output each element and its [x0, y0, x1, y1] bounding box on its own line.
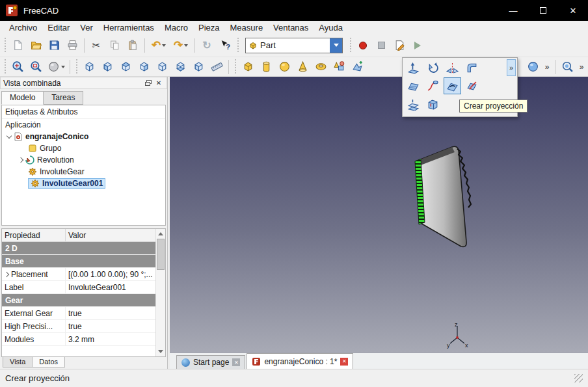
macro-play-button[interactable]	[408, 36, 427, 55]
tab-tareas[interactable]: Tareas	[43, 91, 83, 105]
tab-modelo[interactable]: Modelo	[1, 91, 44, 105]
property-value[interactable]: 3.2 mm	[66, 335, 155, 344]
chevron-right-icon[interactable]	[18, 157, 23, 163]
property-group-base[interactable]: Base	[2, 255, 155, 268]
paste-button[interactable]	[124, 36, 142, 55]
cut-button[interactable]: ✂	[87, 36, 105, 55]
zoom-selection-button[interactable]	[27, 59, 45, 75]
part-box-button[interactable]	[239, 59, 257, 75]
offset-button[interactable]	[405, 96, 422, 113]
view-isometric-button[interactable]	[80, 59, 98, 75]
macro-edit-button[interactable]	[390, 36, 408, 55]
toolbar-drag-handle[interactable]	[3, 59, 7, 75]
sweep-button[interactable]	[424, 77, 442, 94]
view-top-button[interactable]	[116, 59, 135, 75]
cross-section-button[interactable]	[463, 77, 481, 94]
menu-macro[interactable]: Macro	[159, 22, 193, 33]
undo-button[interactable]: ↶	[148, 36, 170, 55]
property-value[interactable]: InvoluteGear001	[66, 283, 155, 292]
check-geometry-button[interactable]	[558, 59, 576, 75]
minimize-button[interactable]: —	[498, 0, 528, 21]
tab-engranaje-conico[interactable]: engranajeConico : 1* ✕	[247, 353, 353, 369]
toolbar-drag-handle[interactable]	[349, 38, 352, 53]
revolve-button[interactable]	[424, 59, 442, 76]
fit-all-button[interactable]	[8, 59, 27, 75]
projection-button[interactable]	[444, 77, 461, 94]
refresh-button[interactable]: ↻	[198, 36, 216, 55]
open-file-button[interactable]	[27, 36, 45, 55]
chevron-down-icon[interactable]	[7, 133, 12, 138]
mirror-button[interactable]	[444, 59, 461, 76]
toolbar-drag-handle[interactable]	[234, 59, 237, 75]
shape-builder-button[interactable]	[348, 59, 366, 75]
menu-ayuda[interactable]: Ayuda	[314, 22, 348, 33]
ruled-surface-button[interactable]	[405, 77, 422, 94]
part-cone-button[interactable]	[293, 59, 312, 75]
tab-start-page[interactable]: Start page ✕	[176, 355, 245, 369]
menu-editar[interactable]: Editar	[42, 22, 75, 33]
thickness-button[interactable]	[424, 96, 442, 113]
menu-ventanas[interactable]: Ventanas	[268, 22, 314, 33]
macro-stop-button[interactable]	[372, 36, 390, 55]
fillet-button[interactable]	[463, 59, 481, 76]
toolbar-overflow-button-2[interactable]: »	[576, 59, 587, 75]
menu-pieza[interactable]: Pieza	[193, 22, 225, 33]
close-panel-button[interactable]: ✕	[154, 78, 164, 88]
chevron-right-icon[interactable]	[4, 271, 9, 276]
tree-item-involutegear001[interactable]: InvoluteGear001	[2, 178, 165, 189]
scroll-up-button[interactable]	[156, 229, 165, 239]
flyout-overflow-button[interactable]: »	[507, 59, 516, 76]
menu-archivo[interactable]: Archivo	[4, 22, 42, 33]
view-bottom-button[interactable]	[171, 59, 189, 75]
tree-item-grupo[interactable]: Grupo	[2, 142, 165, 154]
tab-datos[interactable]: Datos	[32, 357, 65, 367]
viewport-3d[interactable]: z x y	[170, 77, 588, 353]
redo-button[interactable]: ↷	[170, 36, 192, 55]
close-tab-icon[interactable]: ✕	[232, 358, 240, 366]
scrollbar-track[interactable]	[156, 239, 165, 347]
close-button[interactable]: ✕	[558, 0, 588, 21]
part-sphere-button[interactable]	[275, 59, 293, 75]
draw-style-button[interactable]	[45, 59, 67, 75]
tab-vista[interactable]: Vista	[3, 357, 33, 367]
maximize-button[interactable]	[528, 0, 558, 21]
new-file-button[interactable]	[8, 36, 27, 55]
menu-herramientas[interactable]: Herramientas	[98, 22, 159, 33]
view-right-button[interactable]	[135, 59, 153, 75]
toolbar-drag-handle[interactable]	[236, 38, 239, 53]
extrude-button[interactable]	[405, 59, 422, 76]
boolean-tool-button[interactable]	[524, 59, 542, 75]
tree-item-revolution[interactable]: Revolution	[2, 154, 165, 166]
property-value[interactable]: true	[66, 322, 155, 331]
toolbar-drag-handle[interactable]	[75, 59, 78, 75]
view-rear-button[interactable]	[153, 59, 171, 75]
tree-item-involutegear[interactable]: InvoluteGear	[2, 166, 165, 178]
save-button[interactable]	[45, 36, 63, 55]
create-primitives-button[interactable]	[330, 59, 348, 75]
whats-this-button[interactable]: ?	[216, 36, 234, 55]
close-tab-icon[interactable]: ✕	[340, 358, 348, 366]
toolbar-overflow-button[interactable]: »	[542, 59, 552, 75]
scroll-down-button[interactable]	[156, 347, 165, 356]
measure-button[interactable]	[207, 59, 226, 75]
tree-item-document[interactable]: engranajeConico	[2, 131, 165, 142]
view-front-button[interactable]	[98, 59, 116, 75]
print-button[interactable]	[63, 36, 81, 55]
float-panel-button[interactable]	[143, 78, 154, 88]
macro-record-button[interactable]	[354, 36, 372, 55]
part-cylinder-button[interactable]	[257, 59, 275, 75]
scrollbar-thumb[interactable]	[157, 239, 165, 270]
property-group-gear[interactable]: Gear	[2, 294, 155, 307]
toolbar-drag-handle[interactable]	[3, 38, 7, 53]
property-value[interactable]: [(0.00 1.00 0.00); 90 °;...	[66, 270, 155, 279]
view-left-button[interactable]	[189, 59, 207, 75]
part-torus-button[interactable]	[312, 59, 330, 75]
property-group-2d[interactable]: 2 D	[2, 242, 155, 255]
menu-ver[interactable]: Ver	[75, 22, 98, 33]
workbench-selector[interactable]: Part	[245, 38, 343, 53]
menu-measure[interactable]: Measure	[225, 22, 269, 33]
copy-button[interactable]	[105, 36, 124, 55]
resize-grip[interactable]	[574, 374, 583, 382]
tree-item-application[interactable]: Aplicación	[2, 119, 165, 131]
property-value[interactable]: true	[66, 309, 155, 318]
